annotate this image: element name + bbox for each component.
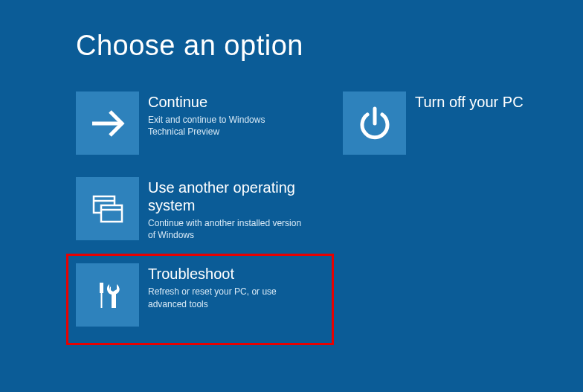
option-title: Turn off your PC (415, 93, 524, 111)
option-desc: Refresh or reset your PC, or use advance… (148, 286, 304, 309)
arrow-right-icon (76, 91, 139, 155)
svg-rect-3 (101, 205, 122, 222)
option-desc: Continue with another installed version … (148, 217, 304, 241)
option-use-another-os[interactable]: Use another operating system Continue wi… (76, 177, 306, 241)
option-use-another-os-text: Use another operating system Continue wi… (148, 177, 306, 241)
windows-stack-icon (76, 177, 139, 240)
option-turn-off[interactable]: Turn off your PC (343, 91, 573, 155)
option-turn-off-text: Turn off your PC (415, 91, 524, 114)
svg-rect-5 (100, 283, 103, 293)
tools-icon (76, 263, 139, 327)
option-continue[interactable]: Continue Exit and continue to Windows Te… (76, 91, 306, 155)
options-grid: Continue Exit and continue to Windows Te… (76, 91, 583, 327)
option-title: Troubleshoot (148, 265, 304, 283)
svg-rect-6 (100, 293, 102, 308)
power-icon (343, 91, 406, 155)
options-column-left: Continue Exit and continue to Windows Te… (76, 91, 324, 327)
option-desc: Exit and continue to Windows Technical P… (148, 114, 304, 138)
option-troubleshoot-text: Troubleshoot Refresh or reset your PC, o… (148, 263, 304, 309)
option-troubleshoot[interactable]: Troubleshoot Refresh or reset your PC, o… (66, 254, 334, 345)
option-title: Continue (148, 93, 304, 111)
page-title: Choose an option (76, 30, 583, 62)
option-continue-text: Continue Exit and continue to Windows Te… (148, 91, 304, 138)
option-title: Use another operating system (148, 179, 306, 214)
options-column-right: Turn off your PC (343, 91, 573, 327)
